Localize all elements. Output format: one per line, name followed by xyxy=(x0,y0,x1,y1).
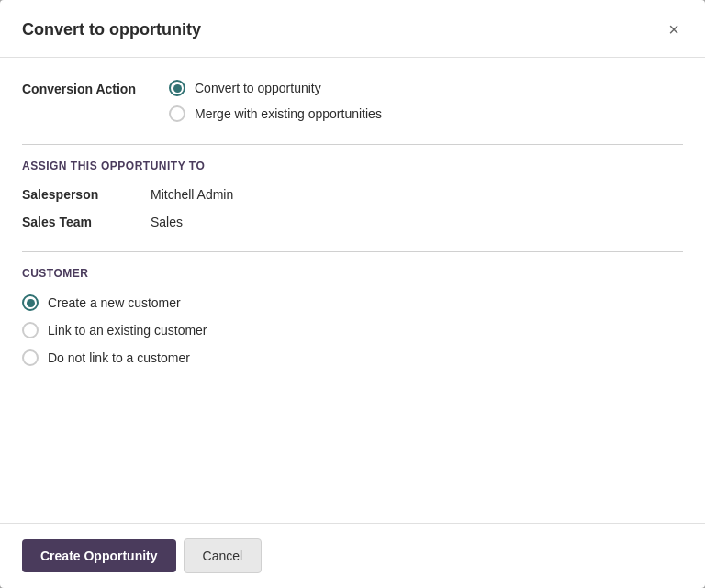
create-new-customer-radio[interactable] xyxy=(22,294,39,311)
customer-divider xyxy=(22,251,683,252)
close-button[interactable]: × xyxy=(665,17,683,42)
create-new-customer-label: Create a new customer xyxy=(48,295,181,310)
modal-title: Convert to opportunity xyxy=(22,20,201,39)
assign-section: ASSIGN THIS OPPORTUNITY TO Salesperson M… xyxy=(22,144,683,229)
salesperson-row: Salesperson Mitchell Admin xyxy=(22,187,683,202)
no-customer-radio[interactable] xyxy=(22,349,39,366)
sales-team-row: Sales Team Sales xyxy=(22,215,683,229)
no-customer-option[interactable]: Do not link to a customer xyxy=(22,349,683,366)
modal-header: Convert to opportunity × xyxy=(0,0,705,58)
assign-section-title: ASSIGN THIS OPPORTUNITY TO xyxy=(22,160,683,172)
convert-to-opportunity-modal: Convert to opportunity × Conversion Acti… xyxy=(0,0,705,588)
convert-to-opportunity-radio[interactable] xyxy=(169,80,185,96)
assign-divider xyxy=(22,144,683,145)
customer-section: CUSTOMER Create a new customer Link to a… xyxy=(22,251,683,366)
sales-team-label: Sales Team xyxy=(22,215,151,229)
create-opportunity-button[interactable]: Create Opportunity xyxy=(22,539,176,572)
customer-section-title: CUSTOMER xyxy=(22,267,683,280)
customer-radio-group: Create a new customer Link to an existin… xyxy=(22,294,683,366)
link-existing-customer-radio[interactable] xyxy=(22,322,39,338)
link-existing-customer-option[interactable]: Link to an existing customer xyxy=(22,322,683,338)
salesperson-label: Salesperson xyxy=(22,187,151,202)
conversion-action-radio-group: Convert to opportunity Merge with existi… xyxy=(169,80,382,122)
merge-with-existing-option[interactable]: Merge with existing opportunities xyxy=(169,105,382,122)
salesperson-value: Mitchell Admin xyxy=(151,187,233,202)
convert-to-opportunity-option[interactable]: Convert to opportunity xyxy=(169,80,382,96)
sales-team-value: Sales xyxy=(151,215,183,229)
modal-overlay: Convert to opportunity × Conversion Acti… xyxy=(0,0,705,588)
no-customer-label: Do not link to a customer xyxy=(48,350,190,365)
merge-with-existing-label: Merge with existing opportunities xyxy=(195,106,382,121)
conversion-action-label: Conversion Action xyxy=(22,80,169,96)
conversion-action-section: Conversion Action Convert to opportunity… xyxy=(22,80,683,122)
modal-footer: Create Opportunity Cancel xyxy=(0,523,705,588)
modal-body: Conversion Action Convert to opportunity… xyxy=(0,58,705,523)
merge-with-existing-radio[interactable] xyxy=(169,105,185,122)
cancel-button[interactable]: Cancel xyxy=(184,538,263,573)
create-new-customer-option[interactable]: Create a new customer xyxy=(22,294,683,311)
convert-to-opportunity-label: Convert to opportunity xyxy=(195,81,321,95)
link-existing-customer-label: Link to an existing customer xyxy=(48,323,207,338)
